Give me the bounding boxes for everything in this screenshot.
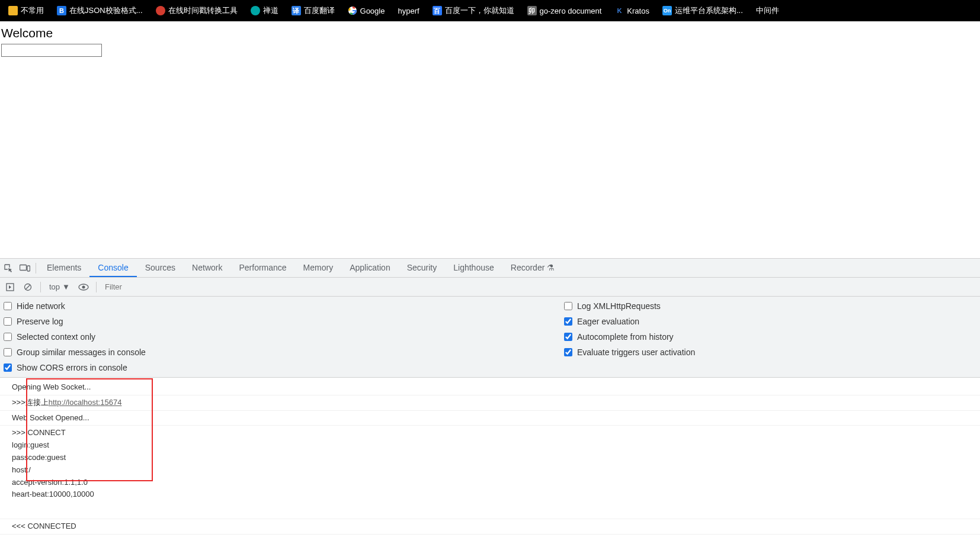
- setting-group-similar-messages-in-console[interactable]: Group similar messages in console: [1, 347, 562, 357]
- log-entry: >>>连接上http://localhost:15674: [0, 395, 980, 411]
- devtools-panel: ElementsConsoleSourcesNetworkPerformance…: [0, 258, 980, 547]
- log-entry: <<< CONNECTED: [0, 519, 980, 535]
- setting-label: Evaluate triggers user activation: [577, 347, 695, 357]
- tab-label: Recorder: [511, 263, 545, 272]
- bookmark-label: 在线JSON校验格式...: [69, 5, 143, 16]
- svg-line-5: [25, 285, 30, 289]
- site-icon: K: [614, 6, 624, 15]
- tab-console[interactable]: Console: [89, 259, 136, 277]
- bookmark-item[interactable]: 百百度一下，你就知道: [428, 3, 519, 18]
- filter-input[interactable]: [101, 281, 978, 294]
- checkbox[interactable]: [4, 348, 12, 356]
- checkbox[interactable]: [564, 333, 572, 341]
- bookmark-item[interactable]: B在线JSON校验格式...: [52, 3, 148, 18]
- setting-preserve-log[interactable]: Preserve log: [1, 317, 562, 326]
- checkbox[interactable]: [564, 348, 572, 356]
- checkbox[interactable]: [4, 317, 12, 326]
- setting-label: Log XMLHttpRequests: [577, 301, 661, 311]
- site-icon: 译: [292, 6, 301, 15]
- svg-rect-2: [27, 266, 30, 271]
- bookmark-item[interactable]: 在线时间戳转换工具: [151, 3, 242, 18]
- tab-application[interactable]: Application: [341, 259, 399, 277]
- bookmark-label: 在线时间戳转换工具: [168, 5, 238, 16]
- setting-autocomplete-from-history[interactable]: Autocomplete from history: [562, 332, 697, 342]
- separator: [40, 282, 41, 292]
- setting-selected-context-only[interactable]: Selected context only: [1, 332, 562, 342]
- checkbox[interactable]: [4, 333, 12, 341]
- bookmark-item[interactable]: Google: [343, 4, 390, 18]
- device-toggle-icon[interactable]: [17, 260, 33, 276]
- checkbox[interactable]: [4, 302, 12, 310]
- site-icon: [251, 6, 260, 15]
- context-label: top: [49, 282, 60, 291]
- bookmark-item[interactable]: 卯go-zero document: [523, 4, 607, 18]
- setting-log-xmlhttprequests[interactable]: Log XMLHttpRequests: [562, 301, 697, 311]
- bookmark-item[interactable]: 禅道: [246, 3, 283, 18]
- checkbox[interactable]: [564, 317, 572, 326]
- log-entry: Web Socket Opened...: [0, 411, 980, 426]
- checkbox[interactable]: [564, 302, 572, 310]
- bookmark-item[interactable]: On运维平台系统架构...: [658, 3, 748, 18]
- log-entry: Opening Web Socket...: [0, 380, 980, 395]
- setting-label: Group similar messages in console: [17, 347, 146, 357]
- setting-show-cors-errors-in-console[interactable]: Show CORS errors in console: [1, 363, 562, 372]
- bookmark-label: 禅道: [263, 5, 278, 16]
- site-icon: 百: [433, 6, 442, 15]
- bookmark-label: hyperf: [398, 7, 419, 15]
- google-icon: [348, 6, 357, 15]
- setting-eager-evaluation[interactable]: Eager evaluation: [562, 317, 697, 326]
- setting-hide-network[interactable]: Hide network: [1, 301, 562, 311]
- separator: [36, 263, 36, 274]
- flask-icon: ⚗: [547, 263, 555, 272]
- bookmark-label: 不常用: [21, 5, 44, 16]
- tab-lighthouse[interactable]: Lighthouse: [445, 259, 502, 277]
- inspect-element-icon[interactable]: [0, 260, 17, 276]
- bookmark-label: 百度翻译: [304, 5, 335, 16]
- site-icon: [156, 6, 165, 15]
- live-expression-icon[interactable]: [76, 279, 91, 295]
- bookmark-item[interactable]: 不常用: [4, 3, 49, 18]
- tab-recorder[interactable]: Recorder ⚗: [502, 259, 563, 277]
- console-toolbar: top ▼: [0, 278, 980, 297]
- site-icon: On: [662, 6, 672, 15]
- tab-network[interactable]: Network: [184, 259, 230, 277]
- site-icon: 卯: [527, 6, 537, 15]
- bookmark-item[interactable]: hyperf: [393, 4, 424, 18]
- setting-evaluate-triggers-user-activation[interactable]: Evaluate triggers user activation: [562, 347, 697, 357]
- tab-sources[interactable]: Sources: [137, 259, 184, 277]
- devtools-tabbar: ElementsConsoleSourcesNetworkPerformance…: [0, 259, 980, 278]
- site-icon: B: [57, 6, 66, 15]
- log-entry: >>> CONNECT login:guest passcode:guest h…: [0, 426, 980, 519]
- bookmark-item[interactable]: KKratos: [610, 4, 654, 18]
- bookmark-label: 运维平台系统架构...: [675, 5, 743, 16]
- tab-performance[interactable]: Performance: [230, 259, 294, 277]
- tab-memory[interactable]: Memory: [295, 259, 342, 277]
- setting-label: Hide network: [17, 301, 65, 311]
- bookmark-item[interactable]: 中间件: [751, 3, 784, 18]
- separator: [96, 282, 97, 292]
- setting-label: Selected context only: [17, 332, 95, 342]
- bookmark-label: go-zero document: [540, 7, 602, 15]
- console-sidebar-toggle-icon[interactable]: [2, 279, 18, 295]
- page-text-input[interactable]: [1, 44, 102, 57]
- bookmark-label: Kratos: [627, 7, 649, 15]
- console-log: Opening Web Socket... >>>连接上http://local…: [0, 378, 980, 535]
- log-link[interactable]: http://localhost:15674: [49, 398, 122, 407]
- console-settings: Hide networkPreserve logSelected context…: [0, 297, 980, 378]
- tab-elements[interactable]: Elements: [39, 259, 89, 277]
- setting-label: Autocomplete from history: [577, 332, 674, 342]
- context-selector[interactable]: top ▼: [46, 282, 73, 291]
- tab-security[interactable]: Security: [399, 259, 446, 277]
- setting-label: Show CORS errors in console: [17, 363, 127, 372]
- bookmark-label: 百度一下，你就知道: [445, 5, 514, 16]
- page-title: Welcome: [0, 26, 980, 44]
- bookmark-bar: 不常用B在线JSON校验格式...在线时间戳转换工具禅道译百度翻译Googleh…: [0, 0, 980, 21]
- setting-label: Eager evaluation: [577, 317, 639, 326]
- svg-point-7: [82, 285, 85, 288]
- bookmark-label: Google: [360, 7, 385, 15]
- page-content: Welcome: [0, 21, 980, 57]
- folder-icon: [8, 6, 18, 15]
- checkbox[interactable]: [4, 363, 12, 372]
- clear-console-icon[interactable]: [20, 279, 36, 295]
- bookmark-item[interactable]: 译百度翻译: [287, 3, 340, 18]
